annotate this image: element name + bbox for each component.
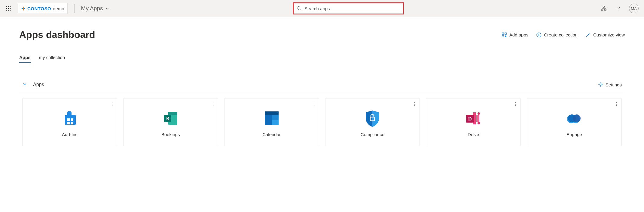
myapps-dropdown[interactable]: My Apps <box>81 5 110 12</box>
svg-point-50 <box>515 105 516 106</box>
settings-label: Settings <box>606 82 622 87</box>
svg-rect-34 <box>168 112 177 115</box>
svg-point-3 <box>6 8 7 9</box>
app-card-bookings[interactable]: B Bookings <box>123 98 218 146</box>
card-more-button[interactable] <box>110 101 114 109</box>
search-icon <box>297 6 302 11</box>
create-collection-label: Create collection <box>544 32 578 37</box>
title-actions: Add apps Create collection Customize vie… <box>502 32 625 38</box>
svg-point-31 <box>212 104 213 104</box>
help-icon[interactable] <box>614 4 624 13</box>
chevron-down-icon <box>105 6 109 11</box>
svg-rect-43 <box>272 115 279 120</box>
divider <box>74 4 75 13</box>
app-card-calendar[interactable]: Calendar <box>224 98 319 146</box>
app-label: Add-Ins <box>62 132 78 137</box>
svg-point-38 <box>313 104 314 104</box>
svg-point-49 <box>515 104 516 104</box>
svg-rect-15 <box>502 33 504 34</box>
svg-rect-52 <box>476 115 479 122</box>
svg-point-58 <box>616 104 617 104</box>
app-label: Delve <box>468 132 479 137</box>
card-more-button[interactable] <box>413 101 417 109</box>
svg-rect-16 <box>502 35 504 37</box>
collapse-toggle[interactable] <box>22 82 27 88</box>
svg-point-54 <box>478 122 480 124</box>
app-card-engage[interactable]: Engage <box>527 98 622 146</box>
customize-view-label: Customize view <box>593 32 625 37</box>
more-vertical-icon <box>515 102 516 106</box>
svg-point-45 <box>414 104 415 104</box>
app-card-addins[interactable]: Add-Ins <box>22 98 117 146</box>
chevron-down-icon <box>22 82 27 86</box>
svg-line-10 <box>300 9 301 10</box>
card-more-button[interactable] <box>514 101 517 109</box>
svg-point-48 <box>515 102 516 103</box>
search-box[interactable] <box>293 2 404 14</box>
svg-point-6 <box>6 10 7 11</box>
svg-point-1 <box>8 6 9 7</box>
svg-point-9 <box>297 6 300 9</box>
header-right: MA <box>599 4 642 13</box>
avatar[interactable]: MA <box>629 4 639 13</box>
page-title: Apps dashboard <box>19 29 95 40</box>
bookings-icon: B <box>162 108 180 129</box>
more-vertical-icon <box>616 102 617 106</box>
svg-rect-17 <box>505 33 506 34</box>
tabs: Apps my collection <box>19 55 625 64</box>
wand-icon <box>585 32 591 38</box>
svg-point-14 <box>618 10 619 11</box>
create-collection-button[interactable]: Create collection <box>536 32 578 38</box>
app-label: Compliance <box>361 132 384 137</box>
card-more-button[interactable] <box>211 101 215 109</box>
svg-rect-29 <box>71 122 73 124</box>
svg-point-23 <box>112 102 112 103</box>
app-launcher-icon[interactable] <box>2 2 14 14</box>
avatar-initials: MA <box>631 6 637 11</box>
engage-icon <box>565 108 583 129</box>
tab-my-collection[interactable]: my collection <box>39 55 65 63</box>
svg-point-20 <box>590 33 590 34</box>
search-input[interactable] <box>304 6 400 11</box>
org-logo: CONTOSO demo <box>18 3 68 14</box>
svg-point-4 <box>8 8 9 9</box>
card-more-button[interactable] <box>312 101 316 109</box>
org-chart-icon[interactable] <box>599 4 609 13</box>
more-vertical-icon <box>212 102 214 106</box>
svg-point-61 <box>573 114 581 122</box>
customize-view-button[interactable]: Customize view <box>585 32 625 38</box>
plus-circle-icon <box>536 32 542 38</box>
org-brand: CONTOSO <box>27 6 51 11</box>
app-label: Calendar <box>262 132 281 137</box>
settings-button[interactable]: Settings <box>598 82 622 87</box>
section-header: Apps Settings <box>19 82 625 92</box>
svg-point-8 <box>10 10 11 11</box>
app-label: Bookings <box>161 132 180 137</box>
app-label: Engage <box>566 132 582 137</box>
more-vertical-icon <box>313 102 315 106</box>
tab-apps[interactable]: Apps <box>19 55 31 63</box>
svg-rect-11 <box>603 6 604 8</box>
contoso-icon <box>21 6 26 11</box>
svg-point-25 <box>112 105 112 106</box>
app-card-delve[interactable]: D Delve <box>426 98 521 146</box>
gear-icon <box>598 82 603 87</box>
card-more-button[interactable] <box>615 101 618 109</box>
addins-icon <box>61 108 79 129</box>
svg-rect-12 <box>601 9 603 11</box>
svg-point-57 <box>616 102 617 103</box>
add-apps-button[interactable]: Add apps <box>502 32 528 38</box>
app-card-compliance[interactable]: Compliance <box>325 98 420 146</box>
svg-point-24 <box>112 104 112 104</box>
more-vertical-icon <box>414 102 415 106</box>
app-header: CONTOSO demo My Apps MA <box>0 0 644 17</box>
apps-grid: Add-Ins B Bookings Calendar <box>19 98 625 146</box>
svg-point-2 <box>10 6 11 7</box>
add-apps-label: Add apps <box>509 32 528 37</box>
svg-point-21 <box>590 33 590 33</box>
add-apps-icon <box>502 32 507 38</box>
svg-rect-27 <box>71 118 73 121</box>
svg-point-19 <box>589 33 589 33</box>
title-row: Apps dashboard Add apps Create collectio… <box>19 29 625 40</box>
svg-point-30 <box>212 102 213 103</box>
